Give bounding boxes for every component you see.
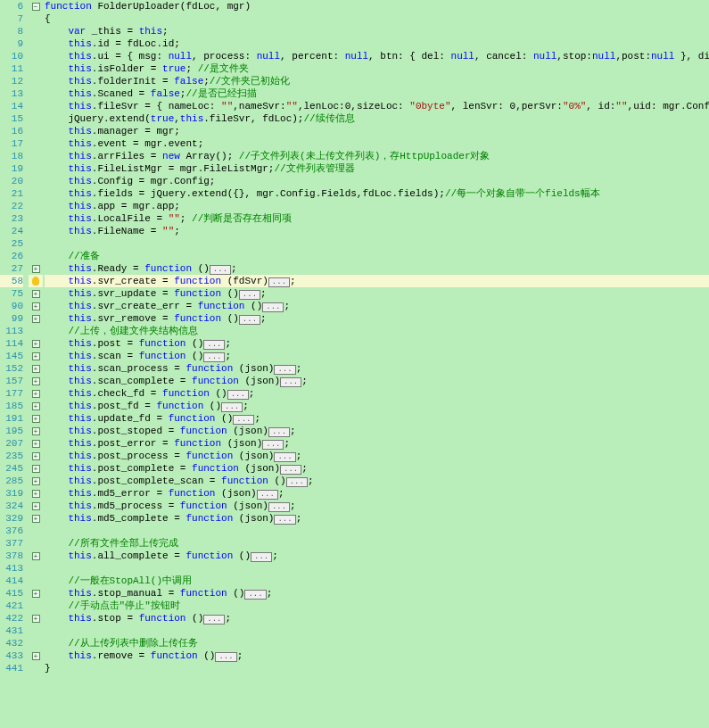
code-line[interactable]: this.post_complete_scan = function ()...… (45, 475, 709, 487)
code-line[interactable]: this.svr_create_err = function ()...; (45, 300, 709, 312)
collapsed-region[interactable]: ... (221, 402, 243, 412)
collapsed-region[interactable]: ... (274, 365, 295, 375)
code-line[interactable]: this.FileName = ""; (45, 225, 709, 237)
expand-icon[interactable]: + (32, 465, 40, 473)
expand-icon[interactable]: + (32, 352, 40, 360)
expand-icon[interactable]: + (32, 552, 40, 560)
fold-cell[interactable]: + (29, 337, 43, 350)
fold-cell[interactable]: + (29, 587, 43, 600)
code-line[interactable]: this.svr_create = function (fdSvr)...; (45, 275, 709, 287)
fold-cell[interactable]: + (29, 262, 43, 275)
fold-cell[interactable]: − (29, 0, 43, 12)
expand-icon[interactable]: + (32, 402, 40, 410)
fold-cell[interactable]: + (29, 450, 43, 462)
code-line[interactable]: this.post_process = function (json)...; (45, 450, 709, 462)
expand-icon[interactable]: + (32, 377, 40, 385)
code-line[interactable]: this.check_fd = function ()...; (45, 387, 709, 400)
expand-icon[interactable]: + (32, 452, 40, 460)
fold-cell[interactable]: + (29, 287, 43, 300)
collapsed-region[interactable]: ... (274, 452, 295, 462)
expand-icon[interactable]: + (32, 427, 40, 435)
code-line[interactable]: this.stop = function ()...; (45, 612, 709, 625)
collapsed-region[interactable]: ... (203, 352, 225, 362)
code-line[interactable]: this.Ready = function ()...; (45, 262, 709, 275)
collapsed-region[interactable]: ... (251, 552, 272, 562)
code-line[interactable]: this.fileSvr = { nameLoc: "",nameSvr:"",… (45, 100, 709, 112)
collapsed-region[interactable]: ... (262, 440, 284, 450)
code-line[interactable]: this.ui = { msg: null, process: null, pe… (45, 50, 709, 62)
fold-cell[interactable]: + (29, 550, 43, 562)
code-line[interactable] (45, 525, 709, 537)
code-line[interactable]: this.folderInit = false;//文件夹已初始化 (45, 75, 709, 87)
code-line[interactable]: this.update_fd = function ()...; (45, 412, 709, 425)
collapsed-region[interactable]: ... (257, 490, 278, 500)
fold-cell[interactable]: + (29, 512, 43, 525)
fold-column[interactable]: −+++++++++++++++++++++++ (29, 0, 43, 674)
expand-icon[interactable]: + (32, 590, 40, 598)
code-line[interactable]: //上传，创建文件夹结构信息 (45, 325, 709, 337)
code-line[interactable]: //一般在StopAll()中调用 (45, 575, 709, 587)
code-line[interactable]: jQuery.extend(true,this.fileSvr, fdLoc);… (45, 112, 709, 125)
fold-cell[interactable]: + (29, 362, 43, 375)
code-line[interactable]: this.remove = function ()...; (45, 649, 709, 662)
code-line[interactable]: this.md5_process = function (json)...; (45, 500, 709, 512)
fold-cell[interactable]: + (29, 312, 43, 325)
code-line[interactable]: this.svr_remove = function ()...; (45, 312, 709, 325)
fold-cell[interactable] (29, 275, 43, 287)
code-line[interactable]: this.scan_complete = function (json)...; (45, 375, 709, 387)
expand-icon[interactable]: + (32, 290, 40, 298)
expand-icon[interactable]: + (32, 265, 40, 273)
collapsed-region[interactable]: ... (227, 390, 249, 400)
code-line[interactable]: this.svr_update = function ()...; (45, 287, 709, 300)
code-line[interactable]: //所有文件全部上传完成 (45, 537, 709, 550)
code-line[interactable]: this.manager = mgr; (45, 125, 709, 137)
expand-icon[interactable]: + (32, 415, 40, 423)
code-line[interactable]: this.app = mgr.app; (45, 200, 709, 212)
fold-cell[interactable]: + (29, 375, 43, 387)
code-line[interactable]: this.id = fdLoc.id; (45, 37, 709, 50)
code-editor[interactable]: 6789101112131415161718192021222324252627… (0, 0, 709, 674)
fold-cell[interactable]: + (29, 462, 43, 475)
collapsed-region[interactable]: ... (268, 277, 290, 287)
collapsed-region[interactable]: ... (203, 340, 225, 350)
code-line[interactable]: //准备 (45, 250, 709, 262)
expand-icon[interactable]: + (32, 340, 40, 348)
collapsed-region[interactable]: ... (262, 302, 284, 312)
code-line[interactable]: //从上传列表中删除上传任务 (45, 637, 709, 649)
expand-icon[interactable]: + (32, 365, 40, 373)
fold-cell[interactable]: + (29, 387, 43, 400)
code-line[interactable]: this.all_complete = function ()...; (45, 550, 709, 562)
expand-icon[interactable]: + (32, 515, 40, 523)
code-line[interactable]: this.md5_error = function (json)...; (45, 487, 709, 500)
code-line[interactable] (45, 237, 709, 250)
fold-cell[interactable]: + (29, 649, 43, 662)
expand-icon[interactable]: + (32, 615, 40, 623)
code-line[interactable]: this.post_stoped = function (json)...; (45, 425, 709, 437)
expand-icon[interactable]: + (32, 490, 40, 498)
code-line[interactable]: this.event = mgr.event; (45, 137, 709, 150)
code-line[interactable]: this.arrFiles = new Array(); //子文件列表(未上传… (45, 150, 709, 162)
collapse-icon[interactable]: − (32, 3, 40, 11)
fold-cell[interactable]: + (29, 475, 43, 487)
expand-icon[interactable]: + (32, 440, 40, 448)
lightbulb-icon[interactable] (32, 277, 39, 285)
fold-cell[interactable]: + (29, 500, 43, 512)
collapsed-region[interactable]: ... (274, 515, 295, 525)
fold-cell[interactable]: + (29, 487, 43, 500)
expand-icon[interactable]: + (32, 315, 40, 323)
collapsed-region[interactable]: ... (239, 315, 260, 325)
code-line[interactable]: this.Scaned = false;//是否已经扫描 (45, 87, 709, 100)
code-line[interactable]: { (45, 12, 709, 25)
code-line[interactable]: this.isFolder = true; //是文件夹 (45, 62, 709, 75)
expand-icon[interactable]: + (32, 652, 40, 660)
code-line[interactable]: this.Config = mgr.Config; (45, 175, 709, 187)
code-line[interactable]: this.FileListMgr = mgr.FileListMgr;//文件列… (45, 162, 709, 175)
collapsed-region[interactable]: ... (210, 265, 231, 275)
code-line[interactable]: this.LocalFile = ""; //判断是否存在相同项 (45, 212, 709, 225)
collapsed-region[interactable]: ... (244, 590, 266, 600)
collapsed-region[interactable]: ... (203, 615, 225, 625)
expand-icon[interactable]: + (32, 477, 40, 485)
collapsed-region[interactable]: ... (233, 415, 254, 425)
fold-cell[interactable]: + (29, 437, 43, 450)
code-line[interactable]: this.fields = jQuery.extend({}, mgr.Conf… (45, 187, 709, 200)
